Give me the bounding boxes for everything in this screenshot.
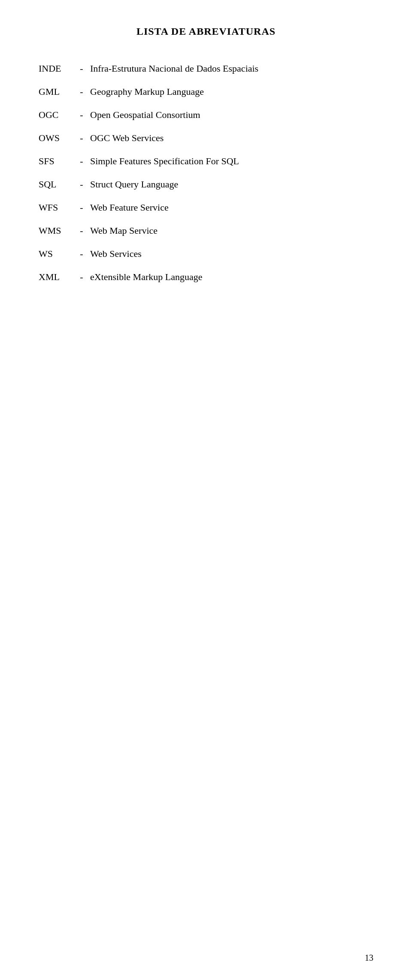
abbr-term: OWS bbox=[39, 133, 73, 144]
abbr-definition: Simple Features Specification For SQL bbox=[90, 156, 373, 167]
abbr-dash: - bbox=[73, 63, 90, 74]
abbr-definition: Web Map Service bbox=[90, 225, 373, 236]
abbr-term: SQL bbox=[39, 179, 73, 190]
abbr-definition: eXtensible Markup Language bbox=[90, 271, 373, 283]
abbr-dash: - bbox=[73, 86, 90, 97]
list-item: WS-Web Services bbox=[39, 248, 373, 259]
abbr-term: GML bbox=[39, 86, 73, 97]
list-item: OGC-Open Geospatial Consortium bbox=[39, 109, 373, 121]
list-item: SFS-Simple Features Specification For SQ… bbox=[39, 156, 373, 167]
abbr-term: INDE bbox=[39, 63, 73, 74]
page: LISTA DE ABREVIATURAS INDE-Infra-Estrutu… bbox=[0, 0, 412, 980]
list-item: XML-eXtensible Markup Language bbox=[39, 271, 373, 283]
abbr-term: SFS bbox=[39, 156, 73, 167]
abbr-definition: Struct Query Language bbox=[90, 179, 373, 190]
list-item: GML-Geography Markup Language bbox=[39, 86, 373, 97]
abbr-dash: - bbox=[73, 202, 90, 213]
abbr-term: OGC bbox=[39, 109, 73, 121]
abbr-definition: Geography Markup Language bbox=[90, 86, 373, 97]
abbr-dash: - bbox=[73, 133, 90, 144]
abbr-term: XML bbox=[39, 271, 73, 283]
abbr-term: WFS bbox=[39, 202, 73, 213]
abbr-dash: - bbox=[73, 271, 90, 283]
abbr-dash: - bbox=[73, 179, 90, 190]
abbr-definition: Web Feature Service bbox=[90, 202, 373, 213]
list-item: INDE-Infra-Estrutura Nacional de Dados E… bbox=[39, 63, 373, 74]
abbr-definition: OGC Web Services bbox=[90, 133, 373, 144]
abbr-definition: Infra-Estrutura Nacional de Dados Espaci… bbox=[90, 63, 373, 74]
abbr-definition: Open Geospatial Consortium bbox=[90, 109, 373, 121]
abbr-dash: - bbox=[73, 225, 90, 236]
abbr-dash: - bbox=[73, 248, 90, 259]
abbr-definition: Web Services bbox=[90, 248, 373, 259]
page-number: 13 bbox=[365, 953, 373, 963]
abbreviations-list: INDE-Infra-Estrutura Nacional de Dados E… bbox=[39, 63, 373, 283]
list-item: WFS-Web Feature Service bbox=[39, 202, 373, 213]
list-item: WMS-Web Map Service bbox=[39, 225, 373, 236]
abbr-dash: - bbox=[73, 109, 90, 121]
list-item: SQL-Struct Query Language bbox=[39, 179, 373, 190]
page-title: LISTA DE ABREVIATURAS bbox=[39, 26, 373, 37]
list-item: OWS-OGC Web Services bbox=[39, 133, 373, 144]
abbr-dash: - bbox=[73, 156, 90, 167]
abbr-term: WMS bbox=[39, 225, 73, 236]
abbr-term: WS bbox=[39, 248, 73, 259]
